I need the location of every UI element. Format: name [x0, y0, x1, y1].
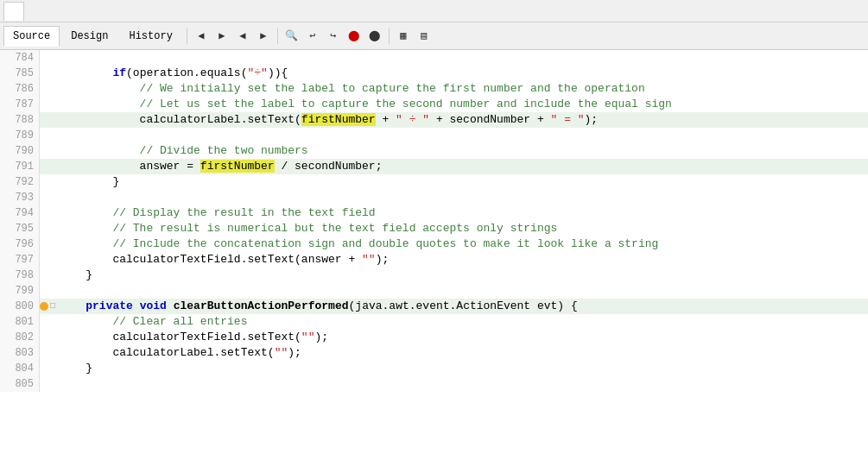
build-button[interactable]: ▦ [394, 27, 413, 46]
table-row: 804 } [0, 361, 868, 376]
tab-bar [0, 0, 868, 22]
line-number: 800 [0, 299, 40, 314]
lines-wrapper: 784785 if(operation.equals("÷")){786 // … [0, 50, 868, 460]
forward2-button[interactable]: ▶ [254, 27, 273, 46]
table-row: 800□ private void clearButtonActionPerfo… [0, 299, 868, 314]
line-number: 798 [0, 268, 40, 283]
gutter-col [40, 66, 55, 81]
code-content: answer = firstNumber / secondNumber; [55, 159, 868, 174]
gutter-col [40, 143, 55, 159]
table-row: 788 calculatorLabel.setText(firstNumber … [0, 112, 868, 128]
code-content: // Let us set the label to capture the s… [55, 97, 868, 112]
line-number: 795 [0, 221, 40, 236]
table-row: 784 [0, 50, 868, 66]
code-content: // Display the result in the text field [55, 205, 868, 221]
tab-design[interactable]: Design [61, 26, 117, 47]
line-number: 788 [0, 112, 40, 128]
line-number: 804 [0, 361, 40, 376]
code-content [55, 50, 868, 66]
line-number: 792 [0, 174, 40, 190]
table-row: 796 // Include the concatenation sign an… [0, 236, 868, 252]
gutter-col [40, 376, 55, 392]
code-content [55, 376, 868, 392]
toolbar: Source Design History ◀ ▶ ◀ ▶ 🔍 ↩ ↪ ⬤ ⬤ … [0, 22, 868, 50]
gutter-col: □ [40, 299, 55, 314]
code-content: // We initially set the label to capture… [55, 81, 868, 97]
gutter-col [40, 221, 55, 236]
back2-button[interactable]: ◀ [233, 27, 252, 46]
line-number: 793 [0, 190, 40, 205]
separator2 [277, 28, 278, 44]
table-row: 791 answer = firstNumber / secondNumber; [0, 159, 868, 174]
file-tab[interactable] [3, 2, 24, 21]
code-content [55, 283, 868, 299]
line-number: 801 [0, 314, 40, 330]
table-row: 794 // Display the result in the text fi… [0, 205, 868, 221]
clean-button[interactable]: ▤ [415, 27, 434, 46]
table-row: 785 if(operation.equals("÷")){ [0, 66, 868, 81]
run-button[interactable]: ⬤ [345, 27, 364, 46]
redo-button[interactable]: ↪ [324, 27, 343, 46]
back-button[interactable]: ◀ [192, 27, 211, 46]
gutter-col [40, 205, 55, 221]
table-row: 793 [0, 190, 868, 205]
line-number: 797 [0, 252, 40, 268]
code-content: calculatorTextField.setText(answer + "")… [55, 252, 868, 268]
code-content: // Divide the two numbers [55, 143, 868, 159]
code-content [55, 190, 868, 205]
gutter-col [40, 128, 55, 143]
gutter-col [40, 268, 55, 283]
line-number: 796 [0, 236, 40, 252]
line-number: 786 [0, 81, 40, 97]
code-content: calculatorLabel.setText(""); [55, 345, 868, 361]
line-number: 799 [0, 283, 40, 299]
line-number: 787 [0, 97, 40, 112]
code-content: } [55, 174, 868, 190]
code-content: } [55, 361, 868, 376]
gutter-col [40, 97, 55, 112]
debug-button[interactable]: ⬤ [365, 27, 384, 46]
line-number: 791 [0, 159, 40, 174]
gutter-col [40, 236, 55, 252]
line-number: 805 [0, 376, 40, 392]
gutter-col [40, 252, 55, 268]
breakpoint-icon [40, 302, 48, 311]
line-number: 784 [0, 50, 40, 66]
separator3 [389, 28, 390, 44]
code-content: } [55, 268, 868, 283]
code-content: // Clear all entries [55, 314, 868, 330]
tab-source[interactable]: Source [3, 26, 60, 47]
table-row: 790 // Divide the two numbers [0, 143, 868, 159]
line-number: 790 [0, 143, 40, 159]
code-content: // The result is numerical but the text … [55, 221, 868, 236]
forward-button[interactable]: ▶ [212, 27, 231, 46]
table-row: 797 calculatorTextField.setText(answer +… [0, 252, 868, 268]
gutter-col [40, 174, 55, 190]
code-content: private void clearButtonActionPerformed(… [55, 299, 868, 314]
code-content [55, 128, 868, 143]
gutter-col [40, 81, 55, 97]
line-number: 803 [0, 345, 40, 361]
gutter-col [40, 112, 55, 128]
separator [187, 28, 187, 44]
gutter-col [40, 361, 55, 376]
undo-button[interactable]: ↩ [303, 27, 322, 46]
line-number: 789 [0, 128, 40, 143]
code-content: calculatorLabel.setText(firstNumber + " … [55, 112, 868, 128]
gutter-col [40, 50, 55, 66]
table-row: 802 calculatorTextField.setText(""); [0, 330, 868, 345]
gutter-col [40, 314, 55, 330]
find-button[interactable]: 🔍 [282, 27, 301, 46]
table-row: 803 calculatorLabel.setText(""); [0, 345, 868, 361]
table-row: 795 // The result is numerical but the t… [0, 221, 868, 236]
code-content: calculatorTextField.setText(""); [55, 330, 868, 345]
table-row: 798 } [0, 268, 868, 283]
code-content: if(operation.equals("÷")){ [55, 66, 868, 81]
gutter-col [40, 190, 55, 205]
gutter-col [40, 330, 55, 345]
table-row: 799 [0, 283, 868, 299]
line-number: 802 [0, 330, 40, 345]
table-row: 787 // Let us set the label to capture t… [0, 97, 868, 112]
gutter-col [40, 283, 55, 299]
tab-history[interactable]: History [119, 26, 181, 47]
